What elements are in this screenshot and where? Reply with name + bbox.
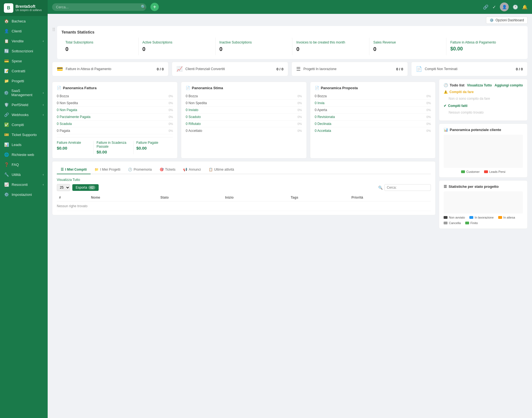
sidebar-item-clienti[interactable]: 👤 Clienti xyxy=(0,26,48,36)
todo-pending-title: ⚠️ Compiti da fare xyxy=(444,90,523,94)
legend-label-1: Leads Persi xyxy=(489,170,505,173)
pan-row-label-0-2[interactable]: 0 Non Pagata xyxy=(57,108,77,112)
tab-progetti[interactable]: 📁 I Miei Progetti xyxy=(91,165,124,174)
sidebar-arrow-vendite: ‹ xyxy=(43,39,44,43)
brand-name: BrentaSoft xyxy=(16,4,42,9)
todo-aggiungi-link[interactable]: Aggiungi compito xyxy=(495,83,523,87)
sidebar-label-spese: Spese xyxy=(12,59,22,63)
sidebar-item-saas[interactable]: ⚙️ SaaS Management ‹ xyxy=(0,86,48,100)
sidebar-item-vendite[interactable]: 📋 Vendite ‹ xyxy=(0,36,48,46)
sidebar-item-bacheca[interactable]: 🏠 Bacheca xyxy=(0,16,48,26)
pan-row-label-1-2[interactable]: 0 Inviato xyxy=(186,108,198,112)
search-input[interactable] xyxy=(52,3,146,11)
export-button[interactable]: Esporta 42 xyxy=(72,184,99,191)
table-search-icon: 🔍 xyxy=(378,186,383,190)
tab-attivita[interactable]: 📋 Ultime attività xyxy=(205,165,238,174)
th-4: Tags xyxy=(288,194,349,201)
sidebar-icon-progetti: 📁 xyxy=(4,79,9,83)
sidebar-item-resoconti[interactable]: 📈 Resoconti ‹ xyxy=(0,179,48,189)
summary-card-0[interactable]: 💳 Fatture in Attesa di Pagamento 0 / 0 xyxy=(52,62,168,76)
stat-label-1: Active Subscriptions xyxy=(142,40,211,44)
sidebar-item-utilita[interactable]: 🔧 Utilità ‹ xyxy=(0,170,48,179)
sidebar-item-faq[interactable]: ❓ FAQ xyxy=(0,160,48,170)
sidebar-logo[interactable]: B BrentaSoft Un sospiro di sollievo xyxy=(0,0,48,16)
pan-row-1-3: 0 Scaduto 0% xyxy=(186,114,302,120)
pan-row-label-1-3[interactable]: 0 Scaduto xyxy=(186,115,201,119)
tab-tickets[interactable]: 🎯 Tickets xyxy=(156,165,180,174)
pan-row-pct-2-0: 0% xyxy=(426,94,431,98)
avatar[interactable]: 👤 xyxy=(500,2,509,11)
stat-card-3: Invoices to be created this month 0 xyxy=(292,38,369,55)
sidebar-label-progetti: Progetti xyxy=(12,79,24,83)
pan-row-label-2-1[interactable]: 0 Invia xyxy=(315,101,324,105)
add-button[interactable]: + xyxy=(150,3,159,11)
todo-done-label: Compiti fatti xyxy=(448,104,467,108)
pan-row-pct-0-2: 0% xyxy=(168,108,173,112)
sidebar-icon-perfshield: 🛡️ xyxy=(4,102,9,107)
visualizza-tutto-link[interactable]: Visualizza Tutto xyxy=(57,178,80,182)
pan-row-label-1-4[interactable]: 0 Rifiutato xyxy=(186,122,201,126)
sidebar-nav: 🏠 Bacheca 👤 Clienti 📋 Vendite ‹🔄 Sottosc… xyxy=(0,16,48,199)
page-size-select[interactable]: 25 xyxy=(57,184,70,191)
table-search-input[interactable] xyxy=(384,184,431,191)
sidebar-item-compiti[interactable]: ✅ Compiti xyxy=(0,120,48,130)
sidebar-item-leads[interactable]: 📊 Leads xyxy=(0,140,48,150)
ft-label-2: Fatture Pagate xyxy=(136,141,170,145)
sidebar-item-progetti[interactable]: 📁 Progetti xyxy=(0,76,48,86)
pan-row-0-0: 0 Bozza 0% xyxy=(57,93,173,100)
table-row: Nessun righe trovato xyxy=(57,201,431,211)
pan-row-label-2-5[interactable]: 0 Accettata xyxy=(315,129,331,133)
panoramica-chart-area xyxy=(444,135,523,168)
summary-card-1[interactable]: 📈 Clienti Potenziali Convertiti 0 / 0 xyxy=(172,62,288,76)
summary-card-3[interactable]: 📄 Compiti Non Terminati 0 / 0 xyxy=(411,62,528,76)
sidebar-item-sottoscrizioni[interactable]: 🔄 Sottoscrizioni xyxy=(0,46,48,56)
ft-item-2: Fatture Pagate $0.00 xyxy=(134,141,173,154)
tab-icon-compiti: ☰ xyxy=(61,168,64,171)
sidebar-label-richieste: Richieste web xyxy=(12,153,34,157)
todo-visualizza-link[interactable]: Visualizza Tutto xyxy=(467,83,492,87)
pan-row-pct-2-5: 0% xyxy=(426,129,431,132)
sidebar-item-spese[interactable]: 💳 Spese xyxy=(0,56,48,66)
tab-icon-attivita: 📋 xyxy=(209,168,213,171)
pan-row-label-2-3[interactable]: 0 Revisionata xyxy=(315,115,335,119)
summary-card-2[interactable]: ☰ Progetti In lavorazione 0 / 0 xyxy=(291,62,408,76)
pan-row-label-0-4[interactable]: 0 Scaduta xyxy=(57,122,72,126)
pan-row-label-1-1: 0 Non Spedita xyxy=(186,101,207,105)
sidebar-label-bacheca: Bacheca xyxy=(12,19,26,23)
stat-value-3: 0 xyxy=(296,46,365,52)
pan-row-label-0-3[interactable]: 0 Parzialmente Pagata xyxy=(57,115,90,119)
sidebar-arrow-saas: ‹ xyxy=(43,91,44,94)
share-icon[interactable]: 🔗 xyxy=(483,4,488,10)
sidebar-item-richieste[interactable]: 🌐 Richieste web xyxy=(0,150,48,160)
sidebar-label-webhooks: Webhooks xyxy=(12,113,29,117)
pan-row-2-4: 0 Declinata 0% xyxy=(315,120,431,127)
progetto-legend-item-1: In lavorazione xyxy=(469,216,494,219)
sidebar-icon-compiti: ✅ xyxy=(4,122,9,127)
sidebar-item-webhooks[interactable]: 🔗 Webhooks ‹ xyxy=(0,110,48,120)
clock-icon[interactable]: 🕐 xyxy=(513,4,518,10)
pan-row-pct-1-2: 0% xyxy=(298,108,302,112)
options-dashboard-button[interactable]: ⚙️ Opzioni Dashboard xyxy=(486,17,528,24)
check-icon[interactable]: ✓ xyxy=(492,4,496,10)
todo-icon: 🕐 xyxy=(444,83,448,87)
bell-icon[interactable]: 🔔 xyxy=(522,4,528,10)
pan-row-label-2-4[interactable]: 0 Declinata xyxy=(315,122,331,126)
tab-compiti[interactable]: ☰ I Miei Compiti xyxy=(57,165,91,174)
sidebar-item-ticket[interactable]: 🎫 Ticket Supporto xyxy=(0,130,48,140)
sidebar-item-impostazioni[interactable]: ⚙️ Impostazioni xyxy=(0,189,48,199)
panoramica-potenziale-card: 📊 Panoramica potenziale cliente Customer… xyxy=(439,124,528,178)
panoramica-icon: 📊 xyxy=(444,128,448,132)
tab-annunci[interactable]: 📢 Annunci xyxy=(179,165,204,174)
todo-empty-message: Non ci sono compito da fare xyxy=(444,96,523,103)
pan-row-pct-0-4: 0% xyxy=(168,122,173,125)
tab-promemoria[interactable]: 🕐 Promemoria xyxy=(124,165,155,174)
sidebar-item-contratti[interactable]: 📝 Contratti xyxy=(0,66,48,76)
pan-icon-0: 📄 xyxy=(57,86,61,90)
sidebar-item-perfshield[interactable]: 🛡️ PerfShield ‹ xyxy=(0,100,48,110)
progetto-legend-item-2: In attesa xyxy=(498,216,515,219)
search-icon[interactable]: 🔍 xyxy=(141,4,146,9)
sidebar-icon-sottoscrizioni: 🔄 xyxy=(4,49,9,53)
sp-dot-2 xyxy=(498,216,502,219)
drag-handle-stats[interactable]: ⠿ xyxy=(52,26,55,59)
summary-grid: 💳 Fatture in Attesa di Pagamento 0 / 0📈 … xyxy=(52,62,528,76)
